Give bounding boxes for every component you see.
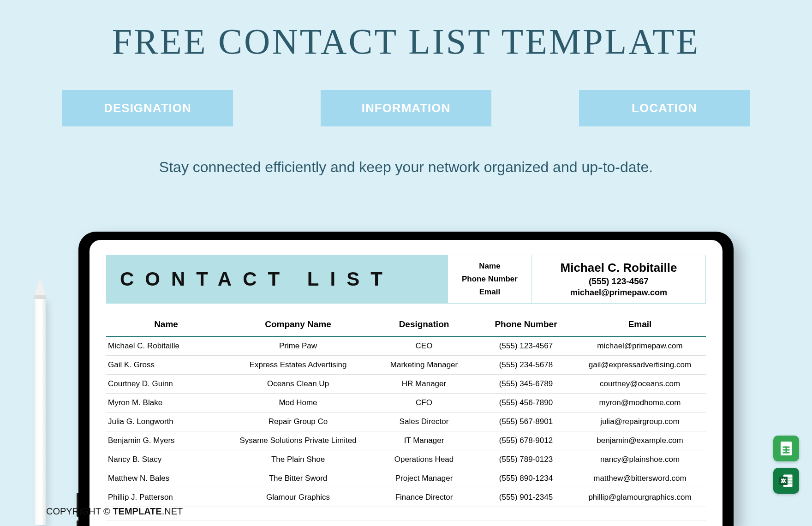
owner-name: Michael C. Robitaille <box>561 261 677 275</box>
owner-info-block: Name Phone Number Email Michael C. Robit… <box>448 255 706 304</box>
cell-designation: Project Manager <box>370 469 478 488</box>
cell-designation: CFO <box>370 394 478 412</box>
cell-designation: Sales Director <box>370 412 478 431</box>
cell-company: Repair Group Co <box>226 412 370 431</box>
cell-designation: HR Manager <box>370 375 478 394</box>
cell-name: Matthew N. Bales <box>106 469 226 488</box>
cell-company: Mod Home <box>226 394 370 412</box>
cell-company: Prime Paw <box>226 336 370 356</box>
table-row: Myron M. BlakeMod HomeCFO(555) 456-7890m… <box>106 394 706 412</box>
page-title: FREE CONTACT LIST TEMPLATE <box>0 0 812 62</box>
cell-name: Julia G. Longworth <box>106 412 226 431</box>
cell-email: myron@modhome.com <box>574 394 706 412</box>
cell-company: Oceans Clean Up <box>226 375 370 394</box>
svg-rect-4 <box>786 447 787 454</box>
cell-email: phillip@glamourgraphics.com <box>574 488 706 507</box>
table-row: Courtney D. GuinnOceans Clean UpHR Manag… <box>106 375 706 394</box>
cell-company: The Plain Shoe <box>226 450 370 469</box>
table-row: Nancy B. StacyThe Plain ShoeOperations H… <box>106 450 706 469</box>
cell-email: matthew@bittersword.com <box>574 469 706 488</box>
owner-phone: (555) 123-4567 <box>589 276 649 287</box>
cell-name: Michael C. Robitaille <box>106 336 226 356</box>
cell-phone: (555) 456-7890 <box>478 394 574 412</box>
cell-designation: Marketing Manager <box>370 356 478 375</box>
cell-designation: Operations Head <box>370 450 478 469</box>
contact-table: Name Company Name Designation Phone Numb… <box>106 313 706 526</box>
table-header-row: Name Company Name Designation Phone Numb… <box>106 313 706 336</box>
cell-email: gail@expressadvertising.com <box>574 356 706 375</box>
feature-pills: DESIGNATION INFORMATION LOCATION <box>0 90 812 126</box>
cell-email: michael@primepaw.com <box>574 336 706 356</box>
table-row: Gail K. GrossExpress Estates Advertising… <box>106 356 706 375</box>
cell-phone: (555) 234-5678 <box>478 356 574 375</box>
microsoft-excel-icon[interactable] <box>773 468 799 494</box>
empty-row <box>106 521 706 526</box>
pill-information: INFORMATION <box>321 90 491 126</box>
table-row: Benjamin G. MyersSysame Solutions Privat… <box>106 431 706 450</box>
owner-label-name: Name <box>462 260 518 273</box>
table-row: Julia G. LongworthRepair Group CoSales D… <box>106 412 706 431</box>
tablet-mockup: CONTACT LIST Name Phone Number Email Mic… <box>78 232 734 526</box>
col-designation: Designation <box>370 313 478 336</box>
cell-email: nancy@plainshoe.com <box>574 450 706 469</box>
document-heading: CONTACT LIST <box>120 268 394 290</box>
table-row: Matthew N. BalesThe Bitter SwordProject … <box>106 469 706 488</box>
owner-label-email: Email <box>462 286 518 299</box>
table-row: Phillip J. PattersonGlamour GraphicsFina… <box>106 488 706 507</box>
cell-phone: (555) 789-0123 <box>478 450 574 469</box>
cell-company: Sysame Solutions Private Limited <box>226 431 370 450</box>
cell-phone: (555) 901-2345 <box>478 488 574 507</box>
document-screen: CONTACT LIST Name Phone Number Email Mic… <box>90 240 722 526</box>
cell-phone: (555) 890-1234 <box>478 469 574 488</box>
cell-phone: (555) 567-8901 <box>478 412 574 431</box>
cell-name: Phillip J. Patterson <box>106 488 226 507</box>
cell-name: Courtney D. Guinn <box>106 375 226 394</box>
copyright: COPYRIGHT © TEMPLATE.NET <box>46 506 183 517</box>
owner-label-phone: Phone Number <box>462 273 518 286</box>
document-title-block: CONTACT LIST <box>106 255 448 304</box>
cell-company: Glamour Graphics <box>226 488 370 507</box>
cell-designation: CEO <box>370 336 478 356</box>
stylus-pencil <box>33 277 47 526</box>
cell-name: Myron M. Blake <box>106 394 226 412</box>
table-row: Michael C. RobitaillePrime PawCEO(555) 1… <box>106 336 706 356</box>
cell-phone: (555) 678-9012 <box>478 431 574 450</box>
owner-email: michael@primepaw.com <box>570 288 667 298</box>
cell-name: Gail K. Gross <box>106 356 226 375</box>
cell-name: Benjamin G. Myers <box>106 431 226 450</box>
google-sheets-icon[interactable] <box>773 436 799 461</box>
cell-company: Express Estates Advertising <box>226 356 370 375</box>
cell-name: Nancy B. Stacy <box>106 450 226 469</box>
tagline: Stay connected efficiently and keep your… <box>0 159 812 176</box>
cell-phone: (555) 345-6789 <box>478 375 574 394</box>
col-company: Company Name <box>226 313 370 336</box>
pill-designation: DESIGNATION <box>62 90 233 126</box>
cell-designation: IT Manager <box>370 431 478 450</box>
col-phone: Phone Number <box>478 313 574 336</box>
col-email: Email <box>574 313 706 336</box>
cell-designation: Finance Director <box>370 488 478 507</box>
svg-rect-9 <box>779 477 788 485</box>
cell-phone: (555) 123-4567 <box>478 336 574 356</box>
col-name: Name <box>106 313 226 336</box>
cell-email: julia@repairgroup.com <box>574 412 706 431</box>
pill-location: LOCATION <box>579 90 750 126</box>
cell-email: courtney@oceans.com <box>574 375 706 394</box>
empty-row <box>106 507 706 521</box>
cell-company: The Bitter Sword <box>226 469 370 488</box>
cell-email: benjamin@example.com <box>574 431 706 450</box>
